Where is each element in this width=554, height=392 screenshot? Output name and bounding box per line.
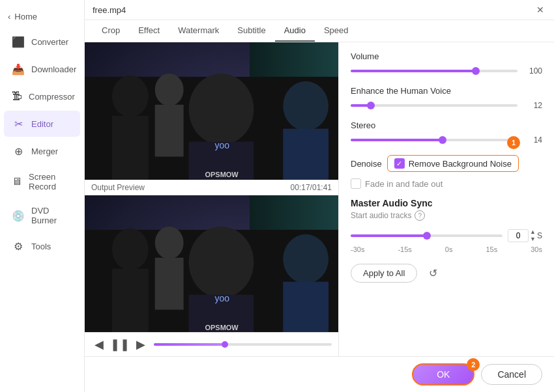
sync-slider[interactable] (351, 234, 503, 237)
svg-text:yoo: yoo (214, 140, 229, 150)
denoise-row: Denoise Remove Background Noise (351, 155, 542, 172)
close-button[interactable]: ✕ (534, 4, 546, 16)
tabs-bar: Crop Effect Watermark Subtitle Audio Spe… (85, 20, 554, 42)
apply-all-button[interactable]: Apply to All (351, 264, 417, 283)
volume-thumb[interactable] (472, 67, 480, 75)
output-preview-label: Output Preview (91, 183, 145, 192)
playback-controls: ◀ ❚❚ ▶ (85, 332, 338, 356)
sync-thumb[interactable] (423, 232, 431, 240)
video-output: OPSMOW yoo (85, 195, 338, 333)
enhance-slider-row: 12 (351, 101, 542, 110)
svg-point-1 (112, 76, 149, 117)
svg-point-6 (283, 81, 328, 131)
svg-rect-7 (283, 129, 328, 180)
svg-point-17 (283, 234, 328, 283)
screen-record-label: Screen Record (29, 172, 72, 191)
compressor-icon: 🗜 (12, 90, 22, 103)
sync-label-m15: -15s (398, 245, 411, 253)
tab-speed[interactable]: Speed (315, 20, 358, 42)
sidebar-item-dvd-burner[interactable]: 💿 DVD Burner (4, 199, 80, 232)
bottom-bar: OK 2 Cancel (85, 356, 554, 392)
volume-label: Volume (351, 51, 542, 61)
sync-arrows: ▲ ▼ (530, 229, 536, 243)
volume-slider[interactable] (351, 70, 518, 72)
stereo-thumb[interactable] (439, 136, 446, 144)
sidebar: ‹ Home ⬛ Converter 📥 Downloader 🗜 Compre… (0, 0, 85, 392)
sync-label-p15: 15s (486, 245, 497, 253)
sync-down-arrow[interactable]: ▼ (530, 236, 536, 243)
main-content: free.mp4 ✕ Crop Effect Watermark Subtitl… (85, 0, 554, 392)
tab-watermark[interactable]: Watermark (169, 20, 228, 42)
volume-value: 100 (524, 66, 542, 76)
denoise-check-icon (394, 158, 405, 169)
denoise-checkbox-label: Remove Background Noise (409, 159, 512, 169)
video-panel: OPSMOW yoo Output P (85, 42, 339, 356)
master-audio-subtitle: Start audio tracks ? (351, 210, 542, 221)
sidebar-item-screen-record[interactable]: 🖥 Screen Record (4, 165, 80, 198)
video-timestamp: 00:17/01:41 (291, 183, 332, 192)
tab-subtitle[interactable]: Subtitle (228, 20, 274, 42)
title-bar: free.mp4 ✕ (85, 0, 554, 20)
ok-badge: 2 (467, 358, 480, 371)
sync-number[interactable]: 0 (508, 229, 529, 242)
stereo-badge: 1 (507, 136, 520, 149)
enhance-slider[interactable] (351, 104, 518, 107)
sidebar-item-merger[interactable]: ⊕ Merger (4, 138, 80, 164)
enhance-thumb[interactable] (367, 102, 375, 109)
svg-point-14 (189, 226, 254, 298)
stereo-label: Stereo (351, 120, 542, 130)
tab-effect[interactable]: Effect (129, 20, 169, 42)
stereo-section: Stereo 1 14 (351, 120, 542, 145)
fade-label: Fade in and fade out (365, 179, 443, 189)
sidebar-item-tools[interactable]: ⚙ Tools (4, 233, 80, 259)
tools-label: Tools (31, 242, 51, 251)
fade-row: Fade in and fade out (351, 178, 542, 189)
enhance-label: Enhance the Human Voice (351, 86, 542, 96)
pause-button[interactable]: ❚❚ (112, 337, 128, 352)
tools-icon: ⚙ (12, 240, 25, 253)
dvd-burner-label: DVD Burner (31, 206, 72, 225)
svg-rect-18 (283, 281, 328, 332)
sync-label-0: 0s (445, 245, 453, 253)
sidebar-item-converter[interactable]: ⬛ Converter (4, 29, 80, 55)
sync-up-arrow[interactable]: ▲ (530, 229, 536, 236)
svg-rect-10 (155, 105, 184, 157)
converter-icon: ⬛ (12, 35, 25, 48)
tab-crop[interactable]: Crop (93, 20, 129, 42)
forward-button[interactable]: ▶ (133, 337, 149, 352)
svg-rect-2 (112, 116, 149, 180)
volume-section: Volume 100 (351, 51, 542, 76)
sidebar-item-compressor[interactable]: 🗜 Compressor (4, 83, 80, 109)
volume-slider-row: 100 (351, 66, 542, 76)
stereo-slider[interactable]: 1 (351, 139, 518, 141)
stereo-slider-row: 1 14 (351, 135, 542, 145)
video-output-bar: Output Preview 00:17/01:41 (85, 180, 338, 195)
tab-audio[interactable]: Audio (275, 20, 315, 42)
home-label: Home (14, 12, 37, 21)
svg-point-3 (189, 74, 254, 145)
enhance-section: Enhance the Human Voice 12 (351, 86, 542, 110)
downloader-label: Downloader (31, 64, 76, 74)
sidebar-item-downloader[interactable]: 📥 Downloader (4, 56, 80, 82)
sidebar-item-editor[interactable]: ✂ Editor (4, 111, 80, 137)
fade-checkbox[interactable] (351, 178, 361, 189)
sync-label-m30: -30s (351, 245, 364, 253)
sync-label-p30: 30s (531, 245, 542, 253)
denoise-checkbox[interactable]: Remove Background Noise (387, 155, 519, 172)
editor-label: Editor (31, 119, 53, 129)
master-audio-title: Master Audio Sync (351, 198, 542, 208)
progress-thumb[interactable] (222, 341, 228, 348)
cancel-button[interactable]: Cancel (481, 364, 542, 385)
progress-bar[interactable] (154, 343, 332, 346)
editor-area: OPSMOW yoo Output P (85, 42, 554, 356)
master-subtitle-text: Start audio tracks (351, 211, 411, 220)
sync-labels: -30s -15s 0s 15s 30s (351, 245, 542, 253)
info-icon[interactable]: ? (415, 210, 425, 221)
svg-rect-13 (112, 268, 149, 332)
reset-button[interactable]: ↺ (424, 264, 442, 282)
audio-panel: Volume 100 Enhance the Human Voice (339, 42, 554, 356)
svg-rect-21 (155, 257, 184, 309)
ok-button[interactable]: OK (412, 363, 474, 385)
rewind-button[interactable]: ◀ (91, 337, 107, 352)
sidebar-back-button[interactable]: ‹ Home (0, 5, 84, 28)
